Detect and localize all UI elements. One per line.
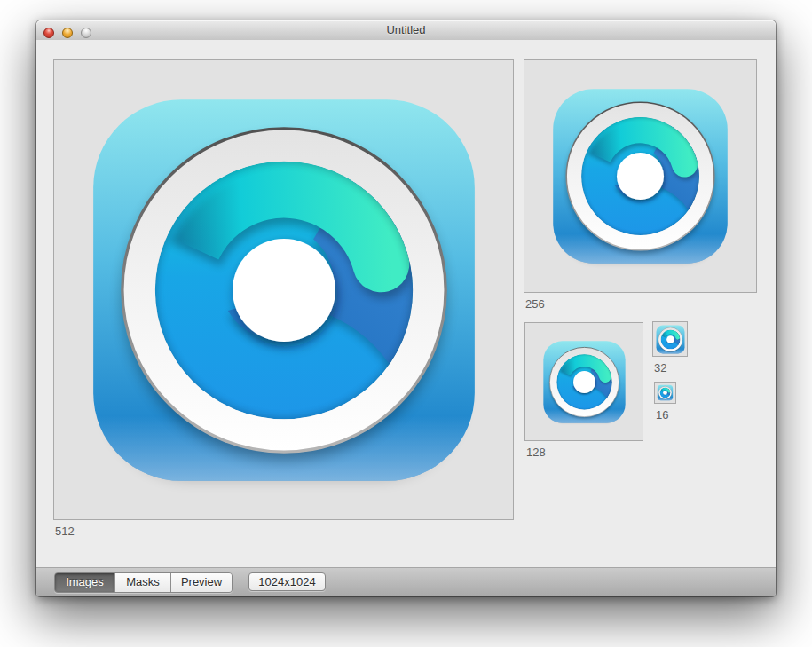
preview-item-32: 32 [652, 321, 688, 375]
window-title: Untitled [36, 20, 776, 40]
desktop-background: Untitled 512 256 128 [0, 0, 812, 647]
app-icon-32 [655, 324, 686, 355]
app-icon-16 [657, 384, 674, 401]
tab-images[interactable]: Images [55, 573, 114, 592]
icon-dropzone-32[interactable] [652, 321, 688, 357]
icon-preview-canvas: 512 256 128 32 [36, 40, 776, 567]
preview-item-512: 512 [53, 59, 514, 538]
tab-preview[interactable]: Preview [170, 573, 232, 592]
app-icon-128 [540, 337, 629, 427]
app-icon-512 [75, 82, 493, 499]
view-mode-segmented-control: Images Masks Preview [54, 572, 233, 593]
tab-masks[interactable]: Masks [114, 573, 170, 592]
bottom-toolbar: Images Masks Preview 1024x1024 [36, 567, 776, 596]
size-label-128: 128 [526, 446, 643, 459]
icon-dropzone-16[interactable] [654, 382, 676, 404]
size-label-256: 256 [525, 297, 757, 311]
icon-dropzone-512[interactable] [53, 59, 514, 520]
app-icon-256 [545, 81, 736, 272]
size-label-512: 512 [55, 525, 514, 538]
preview-item-128: 128 [524, 322, 643, 459]
titlebar[interactable]: Untitled [36, 20, 776, 41]
size-label-16: 16 [656, 408, 676, 422]
preview-item-256: 256 [524, 59, 757, 311]
canvas-size-button[interactable]: 1024x1024 [248, 572, 326, 591]
icon-dropzone-256[interactable] [524, 59, 757, 293]
size-label-32: 32 [654, 361, 688, 375]
preview-item-16: 16 [654, 382, 676, 422]
app-window: Untitled 512 256 128 [36, 20, 776, 596]
icon-dropzone-128[interactable] [524, 322, 643, 441]
